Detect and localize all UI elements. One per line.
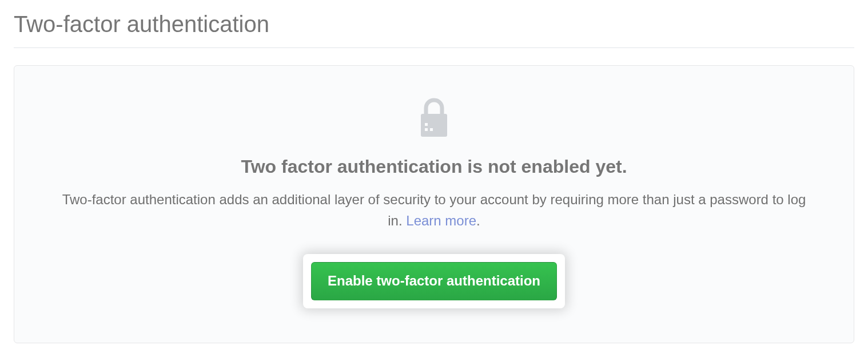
button-highlight-wrap: Enable two-factor authentication [303, 254, 565, 308]
lock-icon [418, 98, 450, 139]
svg-rect-0 [421, 114, 447, 137]
two-factor-card: Two factor authentication is not enabled… [14, 65, 854, 343]
page-title: Two-factor authentication [14, 11, 854, 48]
svg-rect-1 [425, 123, 428, 126]
card-desc-period: . [476, 213, 480, 228]
learn-more-link[interactable]: Learn more [406, 213, 476, 228]
card-title: Two factor authentication is not enabled… [49, 156, 819, 177]
enable-two-factor-button[interactable]: Enable two-factor authentication [311, 262, 557, 300]
svg-rect-3 [430, 128, 433, 131]
svg-rect-2 [425, 128, 428, 131]
card-description: Two-factor authentication adds an additi… [59, 189, 809, 231]
